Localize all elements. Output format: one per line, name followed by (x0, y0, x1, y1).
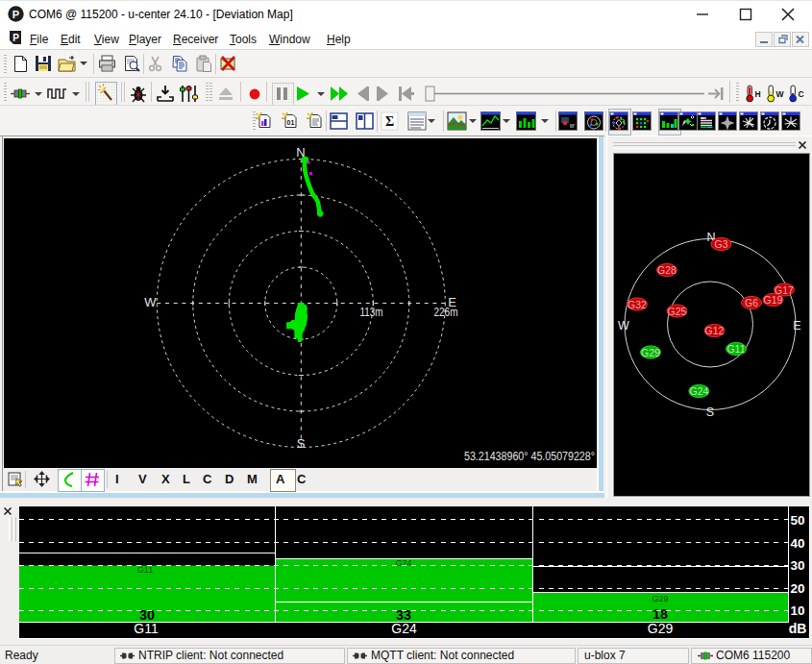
svg-text:18: 18 (652, 605, 668, 622)
svg-text:G32: G32 (627, 299, 647, 310)
svg-text:P: P (12, 9, 19, 20)
svg-text:G11: G11 (134, 621, 159, 636)
svg-text:226m: 226m (434, 306, 458, 319)
svg-text:30: 30 (790, 558, 804, 573)
svg-text:50: 50 (790, 513, 804, 528)
svg-text:G3: G3 (714, 238, 727, 250)
svg-text:C: C (799, 89, 804, 99)
svg-text:G25: G25 (668, 306, 687, 317)
svg-text:G6: G6 (745, 297, 758, 308)
svg-text:01: 01 (287, 119, 295, 126)
svg-text:G11: G11 (726, 343, 745, 355)
svg-text:W: W (144, 295, 157, 309)
svg-text:G24: G24 (395, 558, 411, 568)
svg-text:53.21438960° 45.05079228°: 53.21438960° 45.05079228° (464, 449, 595, 463)
svg-text:G29: G29 (641, 347, 660, 358)
svg-text:H: H (755, 89, 761, 99)
svg-text:G29: G29 (652, 594, 668, 603)
svg-text:G12: G12 (705, 325, 725, 336)
svg-text:10: 10 (790, 603, 804, 618)
svg-text:S: S (297, 436, 306, 451)
svg-text:40: 40 (790, 536, 804, 551)
svg-text:dB: dB (789, 621, 807, 636)
svg-text:20: 20 (790, 581, 804, 596)
svg-text:G24: G24 (391, 621, 417, 636)
svg-text:G28: G28 (657, 264, 677, 276)
svg-text:P: P (12, 33, 19, 43)
svg-text:Σ: Σ (385, 114, 394, 129)
svg-text:G19: G19 (764, 294, 783, 306)
svg-text:W: W (776, 89, 785, 99)
svg-text:W: W (618, 319, 629, 332)
svg-text:E: E (793, 319, 800, 332)
svg-text:G29: G29 (648, 621, 674, 636)
svg-text:G24: G24 (689, 385, 708, 397)
svg-text:S: S (706, 406, 714, 419)
svg-text:113m: 113m (360, 306, 383, 319)
